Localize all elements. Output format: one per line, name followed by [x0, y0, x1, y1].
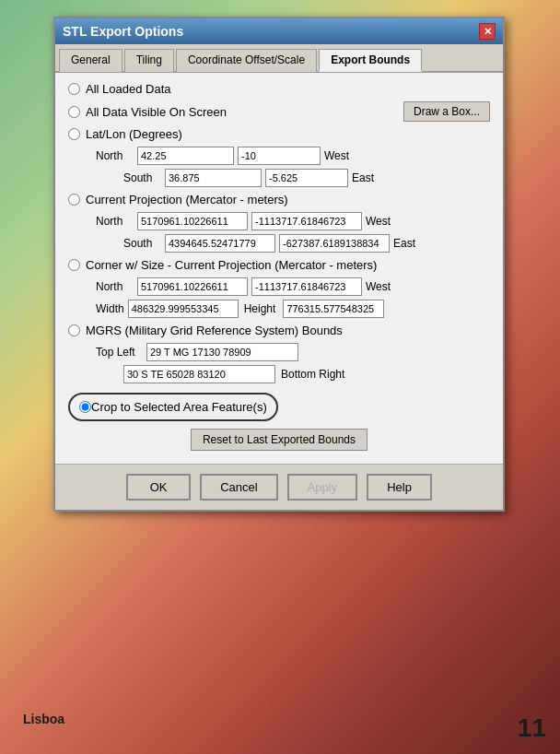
content-area: All Loaded Data All Data Visible On Scre… [55, 73, 503, 464]
tab-tiling[interactable]: Tiling [124, 49, 174, 72]
radio-mgrs-label: MGRS (Military Grid Reference System) Bo… [86, 324, 343, 337]
proj-south-row: South East [68, 234, 490, 253]
corner-north-input-2[interactable] [251, 277, 362, 296]
latlon-north-row: North West [68, 147, 490, 165]
ok-button[interactable]: OK [126, 474, 191, 501]
proj-north-input-1[interactable] [137, 212, 248, 230]
north-input-1[interactable] [137, 147, 234, 165]
radio-all-loaded-label: All Loaded Data [86, 82, 171, 96]
radio-latlon[interactable] [68, 128, 80, 140]
radio-row-latlon: Lat/Lon (Degrees) [68, 127, 490, 141]
radio-current-proj-label: Current Projection (Mercator - meters) [86, 193, 288, 206]
top-left-input[interactable] [146, 343, 298, 361]
proj-west-label: West [366, 215, 407, 228]
close-button[interactable]: ✕ [479, 23, 496, 40]
tabs-container: General Tiling Coordinate Offset/Scale E… [55, 44, 503, 73]
tab-coordinate-offset-scale[interactable]: Coordinate Offset/Scale [176, 49, 317, 72]
radio-latlon-label: Lat/Lon (Degrees) [86, 127, 182, 141]
south-input-1[interactable] [165, 169, 262, 187]
radio-row-all-loaded: All Loaded Data [68, 82, 490, 96]
radio-row-corner: Corner w/ Size - Current Projection (Mer… [68, 258, 490, 272]
corner-north-input-1[interactable] [137, 277, 248, 296]
north-label: North [96, 149, 137, 162]
radio-mgrs[interactable] [68, 324, 80, 336]
size-row: Width Height [68, 300, 490, 318]
reset-button-container: Reset to Last Exported Bounds [68, 429, 490, 451]
crop-label: Crop to Selected Area Feature(s) [91, 400, 267, 414]
corner-north-row: North West [68, 277, 490, 296]
height-label: Height [244, 302, 276, 315]
draw-box-button[interactable]: Draw a Box... [403, 101, 490, 122]
corner-north-label: North [96, 280, 137, 293]
cancel-button[interactable]: Cancel [200, 474, 277, 501]
width-input[interactable] [128, 300, 239, 318]
mgrs-topleft-row: Top Left [68, 343, 490, 361]
stl-export-dialog: STL Export Options ✕ General Tiling Coor… [53, 17, 505, 512]
dialog-title: STL Export Options [63, 24, 183, 39]
radio-crop[interactable] [79, 401, 91, 413]
radio-current-proj[interactable] [68, 194, 80, 206]
reset-button[interactable]: Reset to Last Exported Bounds [191, 429, 368, 451]
proj-north-input-2[interactable] [251, 212, 362, 230]
proj-north-row: North West [68, 212, 490, 230]
east-label: East [352, 171, 393, 184]
bottom-right-label: Bottom Right [281, 368, 344, 381]
latlon-south-row: South East [68, 169, 490, 187]
proj-north-label: North [96, 215, 137, 228]
radio-all-visible-label: All Data Visible On Screen [86, 105, 227, 119]
radio-row-mgrs: MGRS (Military Grid Reference System) Bo… [68, 324, 490, 337]
mgrs-bottomright-row: Bottom Right [68, 365, 490, 383]
radio-corner-label: Corner w/ Size - Current Projection (Mer… [86, 258, 377, 272]
corner-west-label: West [366, 280, 407, 293]
bottom-right-input[interactable] [123, 365, 275, 383]
dialog-titlebar: STL Export Options ✕ [55, 18, 503, 44]
north-input-2[interactable] [238, 147, 321, 165]
west-label: West [324, 149, 366, 162]
map-label: Lisboa [23, 712, 64, 726]
south-label: South [123, 171, 165, 184]
radio-row-all-visible: All Data Visible On Screen Draw a Box... [68, 101, 490, 122]
radio-row-current-proj: Current Projection (Mercator - meters) [68, 193, 490, 206]
tab-general[interactable]: General [59, 49, 122, 72]
dialog-footer: OK Cancel Apply Help [55, 464, 503, 510]
map-number: 11 [518, 713, 546, 743]
top-left-label: Top Left [96, 346, 146, 359]
radio-corner[interactable] [68, 259, 80, 271]
south-input-2[interactable] [265, 169, 348, 187]
tab-export-bounds[interactable]: Export Bounds [319, 49, 422, 72]
crop-area-container: Crop to Selected Area Feature(s) [68, 393, 278, 421]
proj-south-input-1[interactable] [165, 234, 275, 253]
width-label: Width [96, 302, 124, 315]
proj-south-input-2[interactable] [279, 234, 390, 253]
radio-all-visible[interactable] [68, 106, 80, 118]
height-input[interactable] [283, 300, 384, 318]
help-button[interactable]: Help [367, 474, 432, 501]
apply-button[interactable]: Apply [287, 474, 358, 501]
proj-east-label: East [393, 237, 435, 250]
radio-all-loaded[interactable] [68, 83, 80, 95]
proj-south-label: South [123, 237, 165, 250]
dialog-body: General Tiling Coordinate Offset/Scale E… [55, 44, 503, 510]
